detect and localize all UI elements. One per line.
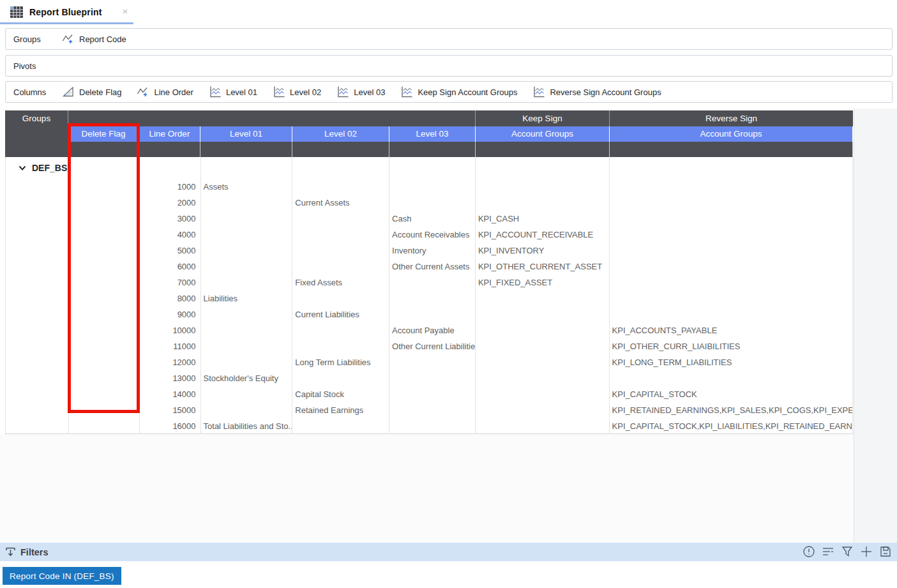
plus-icon[interactable]	[859, 545, 873, 559]
cell-line-order[interactable]: 3000	[140, 211, 201, 227]
save-icon[interactable]	[878, 545, 893, 559]
cell-level03[interactable]: Cash	[389, 211, 476, 227]
cell-keep-sign[interactable]	[476, 418, 610, 434]
funnel-icon[interactable]	[840, 545, 854, 559]
cell-level01[interactable]	[201, 259, 293, 275]
chevron-down-icon[interactable]	[17, 163, 27, 173]
cell-level02[interactable]: Current Assets	[292, 195, 389, 211]
filter-list-icon[interactable]	[821, 545, 835, 559]
column-header-delete-flag[interactable]: Delete Flag	[68, 126, 139, 142]
cell-delete-flag[interactable]	[69, 259, 140, 275]
cell-line-order[interactable]: 11000	[140, 338, 201, 354]
cell-level03[interactable]	[389, 195, 476, 211]
cell-reverse-sign[interactable]	[610, 275, 852, 290]
header-filter-cell[interactable]	[389, 142, 476, 157]
cell-keep-sign[interactable]	[476, 322, 610, 338]
cell-level01[interactable]	[201, 386, 293, 402]
cell-level01[interactable]: Liabilities	[201, 290, 293, 306]
cell-level03[interactable]	[389, 290, 476, 306]
cell-level03[interactable]: Inventory	[389, 243, 476, 259]
cell-reverse-sign[interactable]: KPI_CAPITAL_STOCK,KPI_LIABILITIES,KPI_RE…	[610, 418, 852, 434]
cell-level01[interactable]	[201, 227, 293, 243]
cell-delete-flag[interactable]	[69, 243, 140, 259]
chip-report-code[interactable]: Report Code	[62, 33, 126, 45]
cell-reverse-sign[interactable]: KPI_ACCOUNTS_PAYABLE	[610, 322, 852, 338]
tab-report-blueprint[interactable]: Report Blueprint ×	[0, 0, 133, 24]
cell-delete-flag[interactable]	[69, 195, 140, 211]
cell-delete-flag[interactable]	[69, 290, 140, 306]
cell-line-order[interactable]: 13000	[140, 370, 201, 386]
cell-keep-sign[interactable]	[476, 338, 610, 354]
cell-reverse-sign[interactable]	[610, 195, 852, 211]
cell-level03[interactable]	[389, 418, 476, 434]
cell-keep-sign[interactable]: KPI_FIXED_ASSET	[476, 275, 610, 290]
cell-level03[interactable]	[389, 354, 476, 370]
column-header-account-groups[interactable]: Account Groups	[476, 126, 610, 142]
cell-reverse-sign[interactable]: KPI_CAPITAL_STOCK	[610, 386, 852, 402]
cell-level01[interactable]	[201, 322, 293, 338]
cell-keep-sign[interactable]	[476, 354, 610, 370]
cell-level01[interactable]	[201, 338, 293, 354]
cell-line-order[interactable]: 15000	[140, 402, 201, 418]
group-row-expander[interactable]: DEF_BS	[6, 157, 69, 179]
chip-level-01[interactable]: Level 01	[209, 86, 257, 98]
cell-level01[interactable]	[201, 402, 293, 418]
cell-level01[interactable]: Stockholder's Equity	[201, 370, 293, 386]
cell-reverse-sign[interactable]	[610, 227, 852, 243]
cell-reverse-sign[interactable]	[610, 179, 852, 195]
cell-reverse-sign[interactable]	[610, 370, 852, 386]
column-header-level-03[interactable]: Level 03	[389, 126, 476, 142]
cell-level02[interactable]	[292, 243, 389, 259]
cell-delete-flag[interactable]	[69, 211, 140, 227]
cell-delete-flag[interactable]	[69, 322, 140, 338]
cell-reverse-sign[interactable]	[610, 290, 852, 306]
cell-level02[interactable]: Fixed Assets	[292, 275, 389, 290]
cell-level03[interactable]	[389, 402, 476, 418]
cell-line-order[interactable]: 7000	[140, 275, 201, 290]
cell-delete-flag[interactable]	[69, 354, 140, 370]
cell-level02[interactable]: Current Liabilities	[292, 306, 389, 322]
cell-delete-flag[interactable]	[69, 402, 140, 418]
header-filter-cell[interactable]	[68, 142, 139, 157]
cell-level02[interactable]	[292, 338, 389, 354]
cell-keep-sign[interactable]	[476, 179, 610, 195]
cell-level03[interactable]: Other Current Assets	[389, 259, 476, 275]
cell-keep-sign[interactable]	[476, 370, 610, 386]
column-header-level-02[interactable]: Level 02	[292, 126, 389, 142]
cell-level03[interactable]: Account Receivables	[389, 227, 476, 243]
cell-level03[interactable]: Account Payable	[389, 322, 476, 338]
cell-level01[interactable]	[201, 306, 293, 322]
cell-level02[interactable]: Retained Earnings	[292, 402, 389, 418]
column-header-line-order[interactable]: Line Order	[139, 126, 200, 142]
cell-level01[interactable]	[201, 195, 293, 211]
column-header-level-01[interactable]: Level 01	[200, 126, 292, 142]
cell-keep-sign[interactable]	[476, 402, 610, 418]
cell-level02[interactable]: Capital Stock	[292, 386, 389, 402]
cell-level01[interactable]: Assets	[201, 179, 293, 195]
cell-delete-flag[interactable]	[69, 386, 140, 402]
cell-keep-sign[interactable]	[476, 306, 610, 322]
cell-line-order[interactable]: 2000	[140, 195, 201, 211]
cell-line-order[interactable]: 10000	[140, 322, 201, 338]
chip-delete-flag[interactable]: Delete Flag	[62, 86, 121, 98]
cell-level02[interactable]	[292, 179, 389, 195]
cell-level02[interactable]	[292, 227, 389, 243]
cell-keep-sign[interactable]	[476, 386, 610, 402]
close-icon[interactable]: ×	[121, 7, 130, 16]
chip-level-03[interactable]: Level 03	[336, 86, 385, 98]
header-filter-cell[interactable]	[610, 142, 853, 157]
grid-header-groups[interactable]: Groups	[5, 110, 68, 157]
cell-delete-flag[interactable]	[69, 275, 140, 290]
cell-line-order[interactable]: 1000	[140, 179, 201, 195]
cell-reverse-sign[interactable]	[610, 306, 852, 322]
cell-level03[interactable]: Other Current Liabilities	[389, 338, 476, 354]
cell-line-order[interactable]: 5000	[140, 243, 201, 259]
cell-line-order[interactable]: 8000	[140, 290, 201, 306]
chip-reverse-sign-account-groups[interactable]: Reverse Sign Account Groups	[532, 86, 661, 98]
header-filter-cell[interactable]	[292, 142, 389, 157]
cell-keep-sign[interactable]: KPI_ACCOUNT_RECEIVABLE	[476, 227, 610, 243]
chip-level-02[interactable]: Level 02	[273, 86, 321, 98]
cell-level02[interactable]	[292, 211, 389, 227]
header-filter-cell[interactable]	[139, 142, 200, 157]
cell-keep-sign[interactable]	[476, 290, 610, 306]
